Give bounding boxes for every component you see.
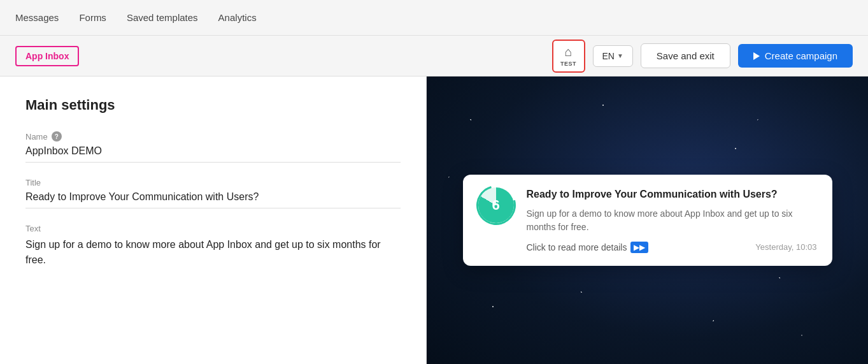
create-campaign-label: Create campaign xyxy=(765,50,837,61)
header-right: ⌂ TEST EN ▼ Save and exit Create campaig… xyxy=(552,40,853,73)
notification-timestamp: Yesterday, 10:03 xyxy=(755,242,816,252)
title-field-label: Title xyxy=(25,178,401,187)
language-label: EN xyxy=(602,51,615,61)
name-field-label: Name ? xyxy=(25,131,401,142)
test-button[interactable]: ⌂ TEST xyxy=(552,40,585,73)
notification-text: Sign up for a demo to know more about Ap… xyxy=(527,207,817,234)
nav-analytics[interactable]: Analytics xyxy=(218,10,257,25)
left-panel: Main settings Name ? AppInbox DEMO Title… xyxy=(0,76,427,364)
text-field-value: Sign up for a demo to know more about Ap… xyxy=(25,237,401,273)
language-selector[interactable]: EN ▼ xyxy=(593,45,633,67)
read-more-link[interactable]: Click to read more details ▶▶ xyxy=(527,242,649,253)
notification-avatar: 6 xyxy=(478,187,514,223)
text-field-group: Text Sign up for a demo to know more abo… xyxy=(25,224,401,273)
notification-body: Ready to Improve Your Communication with… xyxy=(527,187,817,252)
test-label: TEST xyxy=(560,61,576,67)
nav-messages[interactable]: Messages xyxy=(15,10,59,25)
notification-footer: Click to read more details ▶▶ Yesterday,… xyxy=(527,242,817,253)
save-exit-button[interactable]: Save and exit xyxy=(641,43,730,68)
title-field-value: Ready to Improve Your Communication with… xyxy=(25,191,401,208)
name-field-group: Name ? AppInbox DEMO xyxy=(25,131,401,163)
nav-saved-templates[interactable]: Saved templates xyxy=(127,10,198,25)
notification-card: 6 Ready to Improve Your Communication wi… xyxy=(463,175,832,265)
chevron-down-icon: ▼ xyxy=(617,52,623,59)
header-bar: App Inbox ⌂ TEST EN ▼ Save and exit Crea… xyxy=(0,36,868,76)
app-inbox-badge: App Inbox xyxy=(15,46,79,66)
name-field-value: AppInbox DEMO xyxy=(25,145,401,163)
text-field-label: Text xyxy=(25,224,401,233)
play-icon xyxy=(753,52,760,60)
create-campaign-button[interactable]: Create campaign xyxy=(738,44,853,68)
read-more-icon: ▶▶ xyxy=(630,242,648,253)
nav-forms[interactable]: Forms xyxy=(79,10,106,25)
name-help-icon[interactable]: ? xyxy=(52,131,62,142)
read-more-label: Click to read more details xyxy=(527,242,627,252)
main-content: Main settings Name ? AppInbox DEMO Title… xyxy=(0,76,868,364)
title-field-group: Title Ready to Improve Your Communicatio… xyxy=(25,178,401,208)
house-icon: ⌂ xyxy=(564,45,572,59)
preview-panel: 6 Ready to Improve Your Communication wi… xyxy=(427,76,868,364)
top-nav: Messages Forms Saved templates Analytics xyxy=(0,0,868,36)
nav-links: Messages Forms Saved templates Analytics xyxy=(15,10,257,25)
notification-title: Ready to Improve Your Communication with… xyxy=(527,187,817,201)
section-title: Main settings xyxy=(25,97,401,113)
